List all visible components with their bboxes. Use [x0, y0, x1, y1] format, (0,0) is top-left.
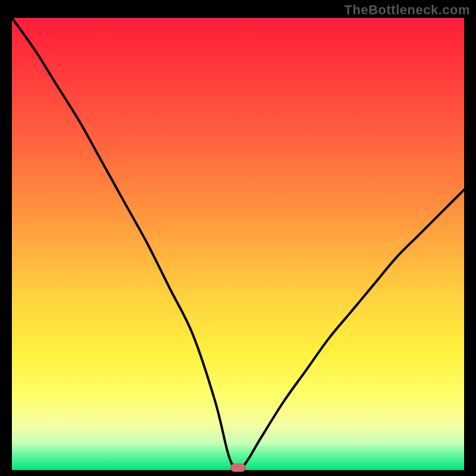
chart-frame: TheBottleneck.com	[0, 0, 476, 476]
plot-area	[12, 18, 464, 470]
optimal-point-marker	[230, 464, 246, 472]
watermark-text: TheBottleneck.com	[345, 2, 470, 18]
bottleneck-curve	[12, 18, 464, 470]
